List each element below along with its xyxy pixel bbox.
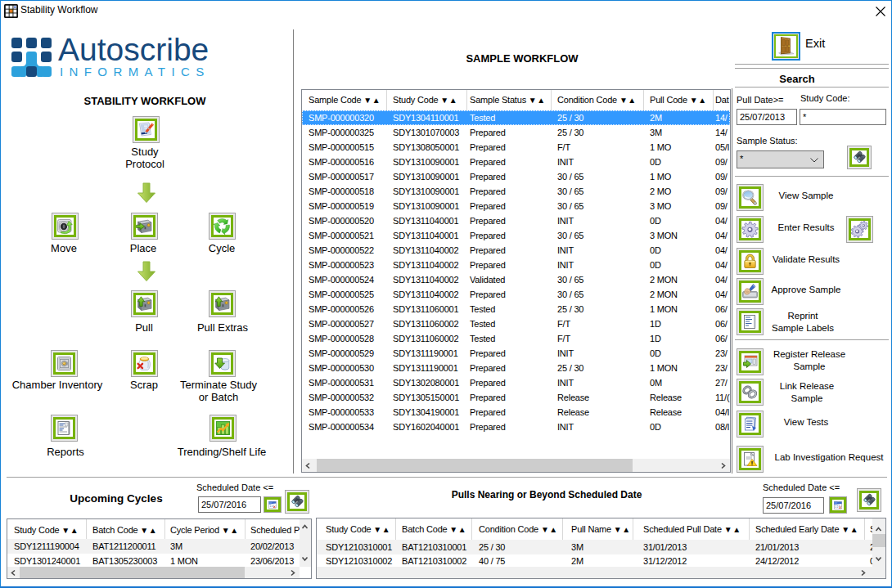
svg-text:INFORMATICS: INFORMATICS — [60, 65, 210, 79]
svg-text:Autoscribe: Autoscribe — [58, 37, 209, 67]
